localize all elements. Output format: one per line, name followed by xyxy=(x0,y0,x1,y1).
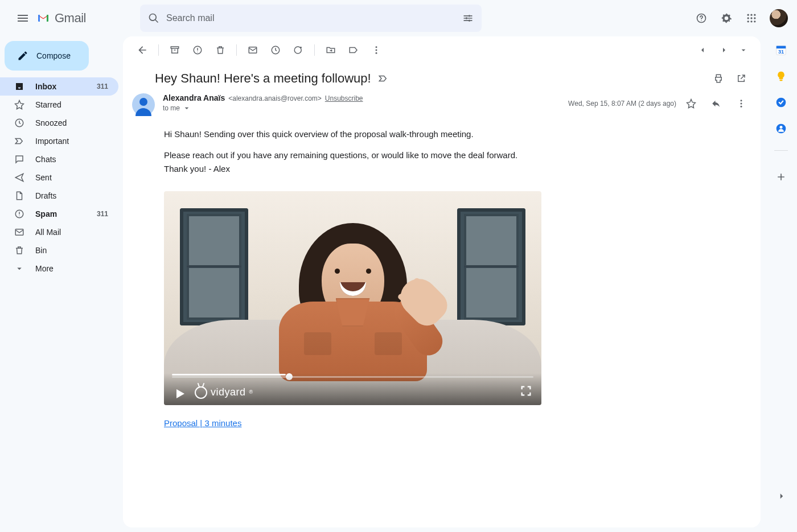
nav-label: Inbox xyxy=(35,82,87,91)
svg-rect-33 xyxy=(780,80,783,81)
apps-button[interactable] xyxy=(740,7,763,30)
labels-button[interactable] xyxy=(343,40,364,60)
calendar-icon: 31 xyxy=(775,44,787,56)
prev-message-button[interactable] xyxy=(692,40,713,60)
nav-count: 311 xyxy=(97,83,112,90)
help-icon xyxy=(696,13,707,24)
nav-spam[interactable]: Spam 311 xyxy=(0,205,118,223)
play-icon xyxy=(173,387,187,401)
main-menu-button[interactable] xyxy=(9,5,36,32)
more-actions-button[interactable] xyxy=(366,40,387,60)
label-icon xyxy=(348,45,359,55)
svg-point-16 xyxy=(19,216,19,216)
calendar-addon[interactable]: 31 xyxy=(774,43,788,57)
input-mode-button[interactable] xyxy=(736,40,751,60)
move-to-button[interactable] xyxy=(321,40,341,60)
svg-point-8 xyxy=(747,17,749,19)
folder-move-icon xyxy=(326,45,336,55)
snooze-button[interactable] xyxy=(265,40,286,60)
star-message-button[interactable] xyxy=(681,93,701,114)
account-avatar[interactable] xyxy=(770,9,788,27)
tasks-addon[interactable] xyxy=(774,96,788,109)
nav-label: Chats xyxy=(35,155,112,164)
search-icon xyxy=(148,13,159,24)
nav-drafts[interactable]: Drafts xyxy=(0,187,118,205)
email-body-line: Thank you! - Alex xyxy=(164,164,230,174)
back-button[interactable] xyxy=(132,40,153,60)
print-button[interactable] xyxy=(708,68,729,89)
support-button[interactable] xyxy=(690,7,713,30)
arrow-left-icon xyxy=(137,44,148,56)
video-thumbnail[interactable]: vidyard® xyxy=(164,191,541,405)
nav-all-mail[interactable]: All Mail xyxy=(0,223,118,241)
nav-bin[interactable]: Bin xyxy=(0,241,118,259)
search-bar[interactable] xyxy=(140,5,482,32)
compose-label: Compose xyxy=(36,51,71,60)
svg-rect-31 xyxy=(777,46,786,49)
archive-icon xyxy=(170,45,180,55)
message-view: Hey Shaun! Here's a meeting followup! Al… xyxy=(123,36,761,527)
nav-starred[interactable]: Starred xyxy=(0,96,118,114)
unsubscribe-link[interactable]: Unsubscribe xyxy=(325,94,363,102)
nav-label: More xyxy=(35,264,112,273)
compose-button[interactable]: Compose xyxy=(5,41,89,71)
trash-icon xyxy=(14,245,24,255)
search-input[interactable] xyxy=(159,13,462,23)
svg-point-10 xyxy=(754,17,755,19)
nav-sent[interactable]: Sent xyxy=(0,168,118,187)
contacts-icon xyxy=(775,123,787,134)
svg-point-28 xyxy=(741,103,742,105)
reply-button[interactable] xyxy=(706,93,726,114)
message-more-button[interactable] xyxy=(731,93,751,114)
nav-label: Starred xyxy=(35,100,112,109)
archive-button[interactable] xyxy=(165,40,185,60)
svg-point-12 xyxy=(750,20,752,22)
nav-label: Bin xyxy=(35,246,112,255)
recipient-dropdown[interactable]: to me xyxy=(163,104,560,113)
nav-snoozed[interactable]: Snoozed xyxy=(0,114,118,132)
side-panel-toggle[interactable] xyxy=(777,491,787,504)
report-spam-button[interactable] xyxy=(187,40,208,60)
svg-point-11 xyxy=(747,20,749,22)
mail-icon xyxy=(14,227,24,237)
chevron-right-icon xyxy=(720,46,729,55)
add-to-tasks-button[interactable] xyxy=(288,40,309,60)
next-message-button[interactable] xyxy=(714,40,734,60)
nav-more[interactable]: More xyxy=(0,259,118,278)
gmail-logo[interactable]: Gmail xyxy=(36,11,140,26)
svg-point-6 xyxy=(750,14,752,16)
tune-icon[interactable] xyxy=(462,13,474,24)
nav-inbox[interactable]: Inbox 311 xyxy=(0,77,118,96)
inbox-icon xyxy=(14,81,24,92)
sender-email: <alexandra.anais@rover.com> xyxy=(228,94,322,102)
open-new-window-button[interactable] xyxy=(731,68,751,89)
video-link[interactable]: Proposal | 3 minutes xyxy=(164,416,241,430)
svg-point-24 xyxy=(376,46,377,48)
reply-icon xyxy=(711,98,721,109)
video-play-button[interactable] xyxy=(173,387,187,401)
nav-chats[interactable]: Chats xyxy=(0,150,118,168)
sender-avatar[interactable] xyxy=(132,93,155,116)
svg-point-2 xyxy=(469,20,470,22)
mark-unread-button[interactable] xyxy=(243,40,263,60)
chevron-right-icon xyxy=(777,491,787,501)
nav-label: Spam xyxy=(35,209,87,218)
more-vert-icon xyxy=(371,45,381,55)
svg-point-36 xyxy=(780,126,783,129)
contacts-addon[interactable] xyxy=(774,122,788,135)
delete-button[interactable] xyxy=(210,40,231,60)
important-marker-icon[interactable] xyxy=(378,73,388,84)
video-fullscreen-button[interactable] xyxy=(520,385,532,401)
settings-button[interactable] xyxy=(715,7,738,30)
trash-icon xyxy=(215,45,225,55)
svg-point-7 xyxy=(754,14,755,16)
nav-label: Snoozed xyxy=(35,118,112,127)
nav-important[interactable]: Important xyxy=(0,132,118,150)
app-header: Gmail xyxy=(0,0,797,36)
get-addons-button[interactable] xyxy=(774,170,788,184)
sender-name: Alexandra Anaïs xyxy=(163,93,225,102)
keep-addon[interactable] xyxy=(774,69,788,83)
svg-point-9 xyxy=(750,17,752,19)
star-icon xyxy=(686,98,696,109)
svg-point-20 xyxy=(197,52,198,52)
